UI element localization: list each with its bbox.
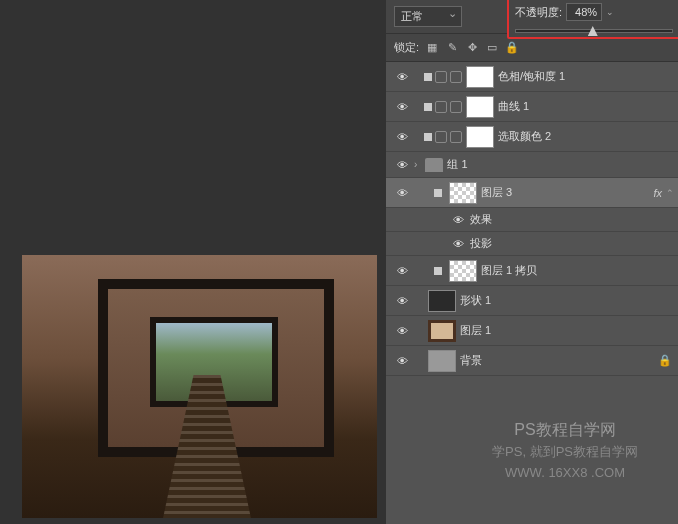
layer-hue-saturation[interactable]: 👁 色相/饱和度 1 — [386, 62, 678, 92]
layer-thumbnail — [428, 320, 456, 342]
effect-label: 投影 — [470, 236, 678, 251]
lock-label: 锁定: — [394, 40, 419, 55]
layer-name: 图层 1 拷贝 — [481, 263, 678, 278]
layer-thumbnail — [466, 66, 494, 88]
link-icon — [424, 133, 432, 141]
folder-icon — [425, 158, 443, 172]
visibility-toggle[interactable]: 👁 — [446, 238, 470, 250]
layers-toolbar: 正常 不透明度: 48% ⌄ — [386, 0, 678, 34]
layer-thumbnail — [449, 182, 477, 204]
layer-curves[interactable]: 👁 曲线 1 — [386, 92, 678, 122]
link-icon — [434, 267, 442, 275]
lock-transparent-icon[interactable]: ▦ — [425, 41, 439, 55]
layer-3[interactable]: 👁 图层 3 fx ⌃ — [386, 178, 678, 208]
layer-shape-1[interactable]: 👁 形状 1 — [386, 286, 678, 316]
watermark-title: PS教程自学网 — [492, 417, 638, 443]
layer-thumbnail — [449, 260, 477, 282]
expand-toggle[interactable]: › — [414, 159, 417, 170]
lock-image-icon[interactable]: ✎ — [445, 41, 459, 55]
adj-curves-icon — [435, 101, 447, 113]
lock-all-icon[interactable]: 🔒 — [505, 41, 519, 55]
adj-hue-icon — [435, 71, 447, 83]
opacity-slider[interactable] — [515, 29, 673, 33]
layer-group-1[interactable]: 👁 › 组 1 — [386, 152, 678, 178]
lock-artboard-icon[interactable]: ▭ — [485, 41, 499, 55]
layer-selective-color[interactable]: 👁 选取颜色 2 — [386, 122, 678, 152]
layer-name: 选取颜色 2 — [498, 129, 678, 144]
watermark-sub1: 学PS, 就到PS教程自学网 — [492, 442, 638, 463]
layer-thumbnail — [466, 126, 494, 148]
opacity-label: 不透明度: — [515, 5, 562, 20]
layer-effects[interactable]: 👁 效果 — [386, 208, 678, 232]
link-icon — [424, 103, 432, 111]
mask-icon — [450, 101, 462, 113]
layer-name: 曲线 1 — [498, 99, 678, 114]
visibility-toggle[interactable]: 👁 — [390, 101, 414, 113]
lock-icon: 🔒 — [658, 354, 672, 367]
layer-background[interactable]: 👁 背景 🔒 — [386, 346, 678, 376]
layer-1[interactable]: 👁 图层 1 — [386, 316, 678, 346]
chevron-down-icon[interactable]: ⌄ — [606, 7, 614, 17]
visibility-toggle[interactable]: 👁 — [390, 187, 414, 199]
layer-name: 背景 — [460, 353, 658, 368]
watermark-sub2: WWW. 16XX8 .COM — [492, 463, 638, 484]
layers-panel: 正常 不透明度: 48% ⌄ 锁定: ▦ ✎ ✥ ▭ 🔒 👁 色相/饱和度 1 — [386, 0, 678, 524]
layer-name: 色相/饱和度 1 — [498, 69, 678, 84]
link-icon — [434, 189, 442, 197]
opacity-slider-popup: 不透明度: 48% ⌄ — [507, 0, 678, 39]
slider-thumb[interactable] — [588, 26, 598, 36]
watermark: PS教程自学网 学PS, 就到PS教程自学网 WWW. 16XX8 .COM — [492, 417, 638, 484]
opacity-value[interactable]: 48% — [566, 3, 602, 21]
lock-position-icon[interactable]: ✥ — [465, 41, 479, 55]
visibility-toggle[interactable]: 👁 — [390, 355, 414, 367]
canvas-area[interactable] — [22, 255, 377, 518]
visibility-toggle[interactable]: 👁 — [390, 265, 414, 277]
layer-name: 图层 3 — [481, 185, 653, 200]
visibility-toggle[interactable]: 👁 — [390, 71, 414, 83]
mask-icon — [450, 71, 462, 83]
layer-thumbnail — [466, 96, 494, 118]
visibility-toggle[interactable]: 👁 — [390, 295, 414, 307]
layer-name: 组 1 — [447, 157, 678, 172]
chevron-icon[interactable]: ⌃ — [666, 188, 674, 198]
layer-thumbnail — [428, 350, 456, 372]
effect-label: 效果 — [470, 212, 678, 227]
layer-drop-shadow[interactable]: 👁 投影 — [386, 232, 678, 256]
visibility-toggle[interactable]: 👁 — [390, 325, 414, 337]
visibility-toggle[interactable]: 👁 — [390, 159, 414, 171]
mask-icon — [450, 131, 462, 143]
layer-name: 形状 1 — [460, 293, 678, 308]
layer-list: 👁 色相/饱和度 1 👁 曲线 1 👁 选取颜色 2 👁 › — [386, 62, 678, 376]
layer-1-copy[interactable]: 👁 图层 1 拷贝 — [386, 256, 678, 286]
blend-mode-dropdown[interactable]: 正常 — [394, 6, 462, 27]
adj-selective-icon — [435, 131, 447, 143]
layer-thumbnail — [428, 290, 456, 312]
visibility-toggle[interactable]: 👁 — [390, 131, 414, 143]
link-icon — [424, 73, 432, 81]
visibility-toggle[interactable]: 👁 — [446, 214, 470, 226]
fx-label[interactable]: fx — [653, 187, 662, 199]
layer-name: 图层 1 — [460, 323, 678, 338]
canvas-preview — [22, 255, 377, 518]
